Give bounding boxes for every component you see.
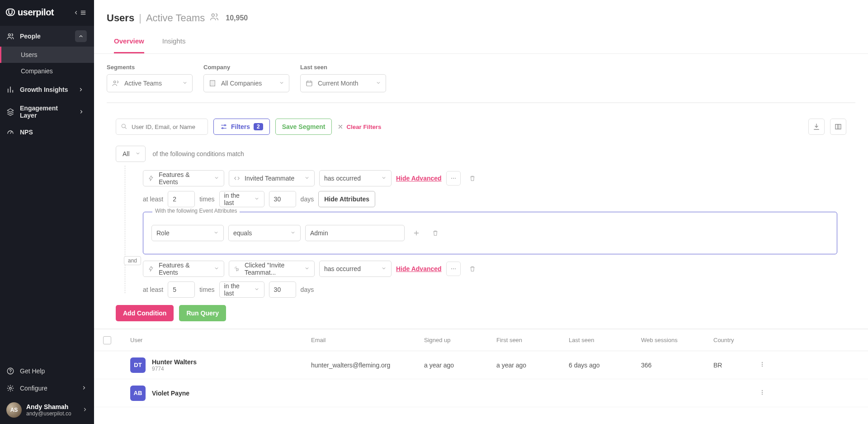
cond2-event-select[interactable]: Clicked "Invite Teammat...	[229, 261, 315, 277]
attr-field-select[interactable]: Role	[151, 225, 224, 241]
run-query-button[interactable]: Run Query	[179, 305, 226, 321]
cond1-source-select[interactable]: Features & Events	[143, 170, 224, 186]
chevron-right-icon	[81, 385, 87, 392]
cond2-op-select[interactable]: has occurred	[319, 261, 392, 277]
svg-point-17	[455, 268, 456, 269]
svg-point-3	[9, 387, 12, 390]
tab-overview[interactable]: Overview	[114, 37, 144, 53]
cond1-days-input[interactable]	[269, 191, 296, 207]
columns-button[interactable]	[830, 119, 846, 135]
chevron-down-icon	[214, 265, 219, 272]
row-user-id: 9774	[152, 366, 197, 372]
search-wrapper	[116, 119, 208, 135]
cursor-click-icon	[234, 266, 240, 272]
table-row[interactable]: AB Violet Payne	[94, 379, 868, 407]
cond1-hide-attributes-button[interactable]: Hide Attributes	[318, 191, 375, 207]
label-at-least: at least	[143, 286, 163, 293]
chevron-down-icon	[381, 175, 387, 182]
page-subtitle: Active Teams	[146, 12, 205, 24]
cond1-delete-button[interactable]	[465, 171, 480, 186]
nav-growth-insights[interactable]: Growth Insights	[0, 79, 94, 100]
label-company: Company	[203, 64, 289, 71]
svg-point-22	[762, 392, 763, 393]
company-select[interactable]: All Companies	[203, 74, 289, 92]
nav-configure[interactable]: Configure	[0, 380, 94, 397]
help-icon	[6, 367, 14, 375]
chevron-right-icon	[82, 406, 88, 414]
user-menu[interactable]: AS Andy Shamah andy@userpilot.co	[0, 397, 94, 424]
match-mode-select[interactable]: All	[116, 146, 146, 162]
user-name: Andy Shamah	[26, 403, 71, 410]
nav-nps[interactable]: NPS	[0, 124, 94, 141]
cond2-hide-advanced[interactable]: Hide Advanced	[396, 265, 442, 272]
row-signed-up: a year ago	[424, 362, 496, 369]
last-seen-select[interactable]: Current Month	[300, 74, 386, 92]
trash-icon	[469, 175, 476, 182]
label-times: times	[199, 286, 214, 293]
save-segment-button[interactable]: Save Segment	[275, 119, 332, 135]
chevron-down-icon	[214, 175, 219, 182]
search-input[interactable]	[116, 119, 208, 135]
nav-get-help[interactable]: Get Help	[0, 362, 94, 380]
row-actions-button[interactable]	[759, 389, 786, 397]
cond1-hide-advanced[interactable]: Hide Advanced	[396, 175, 442, 182]
condition-1: Features & Events Invited Teammate has o…	[125, 170, 837, 254]
cond1-op-select[interactable]: has occurred	[319, 170, 392, 186]
filters-button[interactable]: Filters 2	[213, 119, 270, 135]
sidebar-collapse[interactable]	[73, 10, 87, 16]
table-header: User Email Signed up First seen Last see…	[94, 329, 868, 351]
cond2-source-select[interactable]: Features & Events	[143, 261, 224, 277]
nav-sub-companies[interactable]: Companies	[0, 63, 94, 79]
sidebar: userpilot People Users Companies Growth …	[0, 0, 94, 424]
more-icon	[450, 175, 457, 182]
row-country: BR	[713, 362, 759, 369]
cond1-range-select[interactable]: in the last	[219, 191, 264, 207]
nav-label: People	[20, 33, 41, 40]
cond1-event-select[interactable]: Invited Teammate	[229, 170, 315, 186]
label-at-least: at least	[143, 195, 163, 203]
attributes-legend: With the following Event Attributes	[152, 208, 240, 214]
cond1-attributes-box: With the following Event Attributes Role…	[143, 212, 837, 254]
add-condition-button[interactable]: Add Condition	[116, 305, 174, 321]
cond2-more-button[interactable]	[446, 262, 461, 276]
svg-rect-6	[210, 81, 215, 86]
label-last-seen: Last seen	[300, 64, 386, 71]
row-actions-button[interactable]	[759, 361, 786, 369]
row-last-seen: 6 days ago	[569, 362, 641, 369]
table-row[interactable]: DT Hunter Walters 9774 hunter_walters@fl…	[94, 351, 868, 379]
people-icon	[209, 12, 219, 24]
attr-value-input[interactable]	[305, 225, 405, 241]
cond2-count-input[interactable]	[168, 281, 195, 298]
layers-icon	[6, 108, 14, 116]
tab-insights[interactable]: Insights	[162, 37, 186, 53]
row-user-name: Hunter Walters	[152, 358, 197, 366]
col-last-seen: Last seen	[569, 337, 641, 343]
download-button[interactable]	[808, 119, 825, 135]
people-icon	[6, 32, 14, 40]
cond2-delete-button[interactable]	[465, 262, 480, 276]
chevron-down-icon	[290, 229, 296, 237]
nav-people[interactable]: People	[0, 26, 94, 47]
nav-engagement-layer[interactable]: Engagement Layer	[0, 100, 94, 124]
segments-select[interactable]: Active Teams	[107, 74, 193, 92]
cond1-count-input[interactable]	[168, 191, 195, 207]
select-all-checkbox[interactable]	[103, 336, 111, 344]
attr-op-select[interactable]: equals	[228, 225, 301, 241]
chevron-down-icon	[213, 229, 219, 237]
chevron-down-icon	[182, 80, 188, 87]
attr-add-button[interactable]	[409, 226, 424, 240]
col-first-seen: First seen	[496, 337, 569, 343]
attr-delete-button[interactable]	[428, 226, 443, 240]
trash-icon	[432, 229, 439, 237]
nav-sub-users[interactable]: Users	[0, 47, 94, 63]
chevron-up-icon	[75, 30, 87, 42]
chevron-down-icon	[304, 265, 310, 272]
cond1-more-button[interactable]	[446, 171, 461, 186]
clear-filters-button[interactable]: Clear Filters	[337, 124, 381, 130]
calendar-icon	[305, 79, 313, 87]
col-country: Country	[713, 337, 759, 343]
cond2-days-input[interactable]	[269, 281, 296, 298]
cond2-range-select[interactable]: in the last	[219, 281, 264, 298]
condition-2: and Features & Events Clicked "Invite Te…	[125, 261, 837, 298]
chevron-down-icon	[254, 195, 259, 203]
